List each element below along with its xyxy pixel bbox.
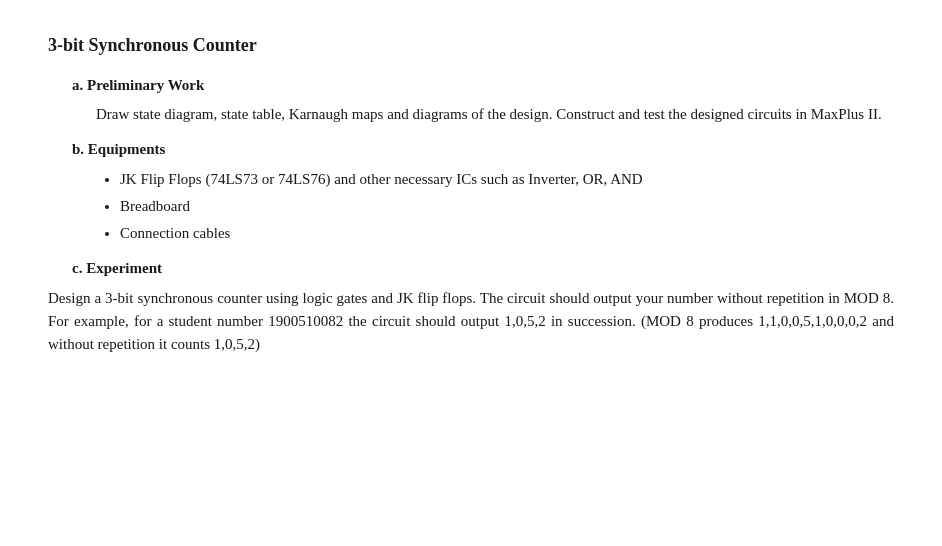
section-b-label: b. Equipments xyxy=(72,138,894,161)
section-a-body: Draw state diagram, state table, Karnaug… xyxy=(96,103,894,126)
section-a-label: a. Preliminary Work xyxy=(72,74,894,97)
list-item: JK Flip Flops (74LS73 or 74LS76) and oth… xyxy=(120,168,894,191)
page-title: 3-bit Synchronous Counter xyxy=(48,32,894,60)
list-item: Connection cables xyxy=(120,222,894,245)
section-b: b. Equipments JK Flip Flops (74LS73 or 7… xyxy=(48,138,894,245)
section-c-label: c. Experiment xyxy=(72,257,894,280)
equipments-list: JK Flip Flops (74LS73 or 74LS76) and oth… xyxy=(120,168,894,246)
section-a: a. Preliminary Work Draw state diagram, … xyxy=(48,74,894,127)
section-c-body: Design a 3-bit synchronous counter using… xyxy=(48,287,894,357)
list-item: Breadboard xyxy=(120,195,894,218)
section-c: c. Experiment Design a 3-bit synchronous… xyxy=(48,257,894,356)
